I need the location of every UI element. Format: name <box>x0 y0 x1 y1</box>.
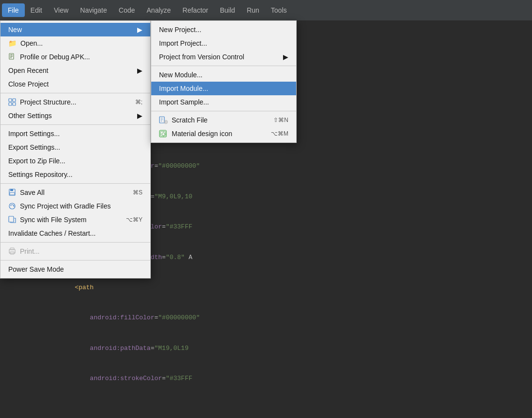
open-label: Open... <box>20 39 43 47</box>
separator-3 <box>0 183 150 184</box>
new-separator-2 <box>151 111 296 111</box>
power-save-label: Power Save Mode <box>8 265 64 273</box>
svg-rect-5 <box>13 99 16 102</box>
menu-item-sync-filesystem[interactable]: Sync with File System ⌥⌘Y <box>0 213 150 226</box>
menubar-code-label: Code <box>119 6 135 14</box>
menu-item-open[interactable]: 📁 Open... <box>0 36 150 50</box>
menu-item-other-settings[interactable]: Other Settings ▶ <box>0 109 150 122</box>
menu-item-profile-apk[interactable]: Profile or Debug APK... <box>0 50 150 64</box>
file-dropdown: New ▶ 📁 Open... <box>0 20 151 279</box>
menu-item-close-project[interactable]: Close Project <box>0 77 150 91</box>
export-settings-label: Export Settings... <box>8 143 60 151</box>
menu-item-import-settings[interactable]: Import Settings... <box>0 127 150 140</box>
menu-item-project-structure[interactable]: Project Structure... ⌘; <box>0 95 150 109</box>
settings-repo-label: Settings Repository... <box>8 171 72 178</box>
open-recent-arrow: ▶ <box>137 67 142 74</box>
menubar-file[interactable]: File <box>2 3 25 17</box>
sync-filesystem-label: Sync with File System <box>20 216 87 224</box>
menu-item-settings-repo[interactable]: Settings Repository... <box>0 168 150 181</box>
apk-icon <box>8 53 16 61</box>
menubar-edit-label: Edit <box>31 6 42 14</box>
close-project-label: Close Project <box>8 80 49 88</box>
menubar-tools-label: Tools <box>271 6 287 14</box>
dropdown-container: New ▶ 📁 Open... <box>0 20 297 279</box>
menu-item-export-zip[interactable]: Export to Zip File... <box>0 154 150 168</box>
menu-item-material-icon[interactable]: Material design icon ⌥⌘M <box>151 127 296 140</box>
svg-rect-7 <box>13 103 16 105</box>
open-recent-label: Open Recent <box>8 67 49 74</box>
project-from-vcs-arrow: ▶ <box>283 53 288 61</box>
material-design-icon <box>159 130 168 138</box>
code-line-10: android:fillColor="#00000000" <box>29 303 503 333</box>
import-module-label: Import Module... <box>159 85 208 92</box>
menu-item-power-save[interactable]: Power Save Mode <box>0 262 150 276</box>
menubar-view-label: View <box>54 6 69 14</box>
menu-item-new[interactable]: New ▶ <box>0 23 150 36</box>
project-structure-icon <box>8 98 16 106</box>
svg-rect-2 <box>10 56 13 57</box>
new-submenu: New Project... Import Project... Project… <box>151 20 297 143</box>
menu-item-import-module[interactable]: Import Module... <box>151 82 296 95</box>
new-arrow: ▶ <box>137 26 142 34</box>
sync-filesystem-shortcut: ⌥⌘Y <box>126 216 142 223</box>
menubar-navigate-label: Navigate <box>80 6 107 14</box>
scratch-file-icon <box>159 116 168 124</box>
sync-gradle-label: Sync Project with Gradle Files <box>20 202 111 210</box>
menu-item-import-project[interactable]: Import Project... <box>151 36 296 50</box>
menu-item-open-recent[interactable]: Open Recent ▶ <box>0 64 150 77</box>
menubar-refactor-label: Refactor <box>182 6 208 14</box>
menubar-run-label: Run <box>247 6 259 14</box>
new-separator-1 <box>151 66 296 66</box>
menubar-view[interactable]: View <box>48 3 74 17</box>
material-design-icon-label: Material design icon <box>172 130 232 138</box>
svg-rect-10 <box>10 192 15 195</box>
save-all-icon <box>8 189 16 196</box>
new-module-label: New Module... <box>159 71 202 79</box>
menu-item-import-sample[interactable]: Import Sample... <box>151 95 296 109</box>
menu-item-new-project[interactable]: New Project... <box>151 23 296 36</box>
import-sample-label: Import Sample... <box>159 98 209 106</box>
svg-rect-1 <box>10 54 13 55</box>
separator-5 <box>0 260 150 261</box>
material-icon-shortcut: ⌥⌘M <box>271 130 288 137</box>
menubar: File Edit View Navigate Code Analyze Ref… <box>0 0 532 20</box>
sync-gradle-icon <box>8 202 16 210</box>
menu-item-save-all[interactable]: Save All ⌘S <box>0 186 150 199</box>
menubar-code[interactable]: Code <box>113 3 141 17</box>
menu-item-invalidate[interactable]: Invalidate Caches / Restart... <box>0 226 150 240</box>
svg-rect-13 <box>9 216 14 222</box>
menu-item-new-module[interactable]: New Module... <box>151 68 296 82</box>
menu-item-export-settings[interactable]: Export Settings... <box>0 140 150 154</box>
folder-icon: 📁 <box>8 39 17 47</box>
menubar-edit[interactable]: Edit <box>25 3 48 17</box>
project-from-vcs-label: Project from Version Control <box>159 53 244 61</box>
new-label: New <box>8 26 22 34</box>
menu-item-scratch-file[interactable]: Scratch File ⇧⌘N <box>151 113 296 127</box>
scratch-file-shortcut: ⇧⌘N <box>273 117 288 123</box>
svg-rect-3 <box>10 57 12 58</box>
svg-rect-4 <box>9 99 12 102</box>
separator-2 <box>0 124 150 125</box>
menubar-build[interactable]: Build <box>214 3 241 17</box>
svg-rect-9 <box>10 189 13 191</box>
code-line-12: android:strokeColor="#33FFF <box>29 364 503 394</box>
menubar-run[interactable]: Run <box>241 3 265 17</box>
project-structure-label: Project Structure... <box>20 98 76 106</box>
svg-marker-12 <box>14 205 15 207</box>
menubar-refactor[interactable]: Refactor <box>177 3 214 17</box>
new-project-label: New Project... <box>159 26 201 34</box>
menubar-navigate[interactable]: Navigate <box>74 3 113 17</box>
other-settings-arrow: ▶ <box>137 112 142 120</box>
scratch-file-label: Scratch File <box>172 116 208 124</box>
menu-item-sync-gradle[interactable]: Sync Project with Gradle Files <box>0 199 150 213</box>
separator-1 <box>0 93 150 93</box>
svg-rect-6 <box>9 103 12 105</box>
menubar-build-label: Build <box>220 6 235 14</box>
save-all-label: Save All <box>20 189 45 196</box>
menubar-analyze[interactable]: Analyze <box>141 3 177 17</box>
menu-item-project-from-vcs[interactable]: Project from Version Control ▶ <box>151 50 296 64</box>
save-all-shortcut: ⌘S <box>133 189 142 196</box>
menubar-file-label: File <box>8 6 19 14</box>
other-settings-label: Other Settings <box>8 112 52 120</box>
menubar-tools[interactable]: Tools <box>265 3 293 17</box>
